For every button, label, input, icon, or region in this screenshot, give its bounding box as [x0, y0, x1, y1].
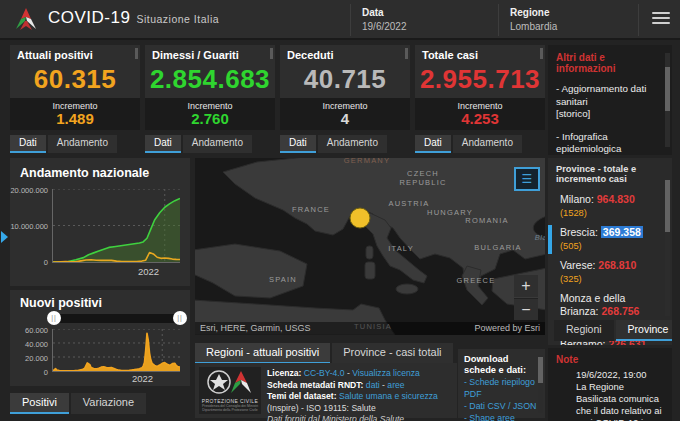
- expand-panel-arrow-icon[interactable]: [1, 231, 8, 243]
- y-tick: 40.000: [8, 340, 48, 349]
- chart-title: Andamento nazionale: [10, 158, 190, 180]
- app-subtitle: Situazione Italia: [136, 13, 219, 25]
- tab-province-casi-totali[interactable]: Province - casi totali: [332, 343, 452, 364]
- note-body: La Regione Basilicata comunica che il da…: [576, 381, 664, 421]
- country-label: CZECH REPUBLIC: [399, 169, 446, 187]
- app-title: COVID-19Situazione Italia: [48, 8, 219, 28]
- stat-card-value: 60.315: [10, 63, 140, 98]
- province-total: 964.830: [597, 193, 635, 205]
- tab-dati[interactable]: Dati: [10, 135, 46, 153]
- note-text: 19/6/2022, 19:00 La Regione Basilicata c…: [576, 369, 664, 421]
- rndt-aree-link[interactable]: aree: [387, 380, 404, 390]
- note-timestamp: 19/6/2022, 19:00: [576, 369, 664, 381]
- nuovi-positivi-panel: Nuovi positivi || || 60.000 40.000 20.00…: [10, 290, 190, 386]
- tab-andamento[interactable]: Andamento: [318, 135, 387, 153]
- europe-map[interactable]: GERMANYCZECH REPUBLICFRANCEAUSTRIAHUNGAR…: [195, 158, 545, 335]
- country-label: ROMANIA: [465, 216, 508, 225]
- province-row[interactable]: Milano: 964.830 (1528): [556, 190, 664, 223]
- temi-rest: (Inspire) - ISO 19115:: [267, 403, 349, 413]
- tab-dati[interactable]: Dati: [145, 135, 181, 153]
- card-scrollbar[interactable]: [540, 48, 543, 59]
- powered-by-esri: Powered by Esri: [474, 322, 540, 335]
- slider-handle-left[interactable]: ||: [47, 311, 61, 325]
- tab-variazione[interactable]: Variazione: [71, 393, 146, 414]
- stat-card-title: Dimessi / Guariti: [145, 45, 275, 63]
- tab-dati[interactable]: Dati: [415, 135, 451, 153]
- increment-value: 4.253: [415, 111, 545, 127]
- y-tick: 10.000.000: [8, 222, 48, 231]
- time-range-slider[interactable]: || ||: [52, 314, 182, 323]
- hamburger-menu-icon[interactable]: [652, 12, 670, 28]
- increment-value: 1.489: [10, 111, 140, 127]
- salute-link[interactable]: Salute umana e sicurezza: [339, 391, 438, 401]
- province-row[interactable]: Brescia: 369.358 (505): [556, 223, 664, 256]
- tab-andamento[interactable]: Andamento: [48, 135, 117, 153]
- country-label: GERMANY: [344, 158, 390, 165]
- increment-value: 4: [280, 111, 410, 127]
- tab-andamento[interactable]: Andamento: [183, 135, 252, 153]
- card-scrollbar[interactable]: [405, 48, 408, 59]
- country-label: GREECE: [457, 276, 496, 285]
- stat-card: Deceduti 40.715 Incremento 4 Dati Andame…: [280, 45, 410, 153]
- altri-dati-panel: Altri dati e informazioni - Aggiornament…: [548, 45, 672, 155]
- tab-dati[interactable]: Dati: [280, 135, 316, 153]
- logo-subtitle: Presidenza del Consiglio dei Ministri Di…: [199, 404, 261, 412]
- license-panel: PROTEZIONE CIVILE Presidenza del Consigl…: [195, 363, 457, 418]
- tab-province[interactable]: Province: [616, 320, 672, 341]
- scrollbar[interactable]: [665, 67, 670, 111]
- header-divider: [350, 4, 351, 36]
- download-link[interactable]: - Shape aree: [464, 412, 542, 421]
- andamento-nazionale-panel: Andamento nazionale 20.000.000 10.000.00…: [10, 158, 190, 286]
- map-attribution: Esri, HERE, Garmin, USGS Powered by Esri: [195, 322, 545, 335]
- province-panel-title: Province - totale e incremento casi: [556, 164, 664, 184]
- note-panel: Note 19/6/2022, 19:00 La Regione Basilic…: [548, 348, 672, 421]
- app-title-text: COVID-19: [48, 8, 130, 27]
- province-name: Brescia:: [560, 226, 598, 238]
- info-link[interactable]: - Aggiornamento dati sanitari [storico]: [556, 83, 662, 121]
- region-marker[interactable]: [350, 208, 371, 229]
- scrollbar[interactable]: [538, 357, 543, 383]
- app-header: COVID-19Situazione Italia Data 19/6/2022…: [0, 0, 680, 40]
- tab-andamento[interactable]: Andamento: [453, 135, 522, 153]
- tab-regioni[interactable]: Regioni: [554, 320, 614, 341]
- x-tick: 2022: [132, 373, 153, 384]
- tab-positivi[interactable]: Positivi: [10, 393, 69, 414]
- nuovi-positivi-chart[interactable]: [52, 329, 180, 372]
- visualizza-licenza-link[interactable]: Visualizza licenza: [352, 368, 420, 378]
- tab-regioni-attuali-positivi[interactable]: Regioni - attuali positivi: [195, 343, 330, 364]
- province-row[interactable]: Varese: 268.810 (325): [556, 256, 664, 289]
- y-tick: 60.000: [8, 326, 48, 335]
- map-legend-icon[interactable]: ☰: [514, 167, 540, 191]
- zoom-out-button[interactable]: −: [514, 298, 538, 320]
- attribution-sources: Esri, HERE, Garmin, USGS: [200, 323, 311, 333]
- cc-by-link[interactable]: CC-BY-4.0: [304, 368, 345, 378]
- province-increment: (1528): [560, 208, 587, 218]
- region-label: Regione: [510, 7, 557, 18]
- slider-handle-right[interactable]: ||: [173, 311, 187, 325]
- download-link[interactable]: - Dati CSV / JSON: [464, 400, 542, 412]
- download-link[interactable]: - Schede riepilogo PDF: [464, 376, 542, 400]
- download-title: Download schede e dati:: [464, 354, 542, 376]
- data-source-note: Dati forniti dal Ministero della Salute: [267, 414, 453, 421]
- card-scrollbar[interactable]: [270, 48, 273, 59]
- increment-value: 2.760: [145, 111, 275, 127]
- andamento-chart[interactable]: [52, 189, 180, 263]
- y-axis-labels: 20.000.000 10.000.000 0: [10, 186, 50, 266]
- stat-card-title: Deceduti: [280, 45, 410, 63]
- nuovi-positivi-tabs: Positivi Variazione: [10, 393, 146, 414]
- scrollbar[interactable]: [665, 180, 670, 232]
- zoom-in-button[interactable]: +: [514, 275, 538, 297]
- card-scrollbar[interactable]: [135, 48, 138, 59]
- stat-card-value: 2.854.683: [145, 63, 275, 98]
- download-panel: Download schede e dati: - Schede riepilo…: [458, 349, 545, 418]
- header-date-block: Data 19/6/2022: [362, 7, 407, 32]
- y-tick: 0: [8, 258, 48, 267]
- licenza-label: Licenza:: [267, 368, 301, 378]
- download-links: - Schede riepilogo PDF- Dati CSV / JSON-…: [464, 376, 542, 421]
- rndt-dati-link[interactable]: dati: [366, 380, 380, 390]
- date-label: Data: [362, 7, 407, 18]
- stat-card-title: Totale casi: [415, 45, 545, 63]
- province-panel: Province - totale e incremento casi Mila…: [548, 158, 672, 345]
- header-region-block: Regione Lombardia: [510, 7, 557, 32]
- info-link[interactable]: - Infografica epidemiologica ISS: [556, 131, 662, 156]
